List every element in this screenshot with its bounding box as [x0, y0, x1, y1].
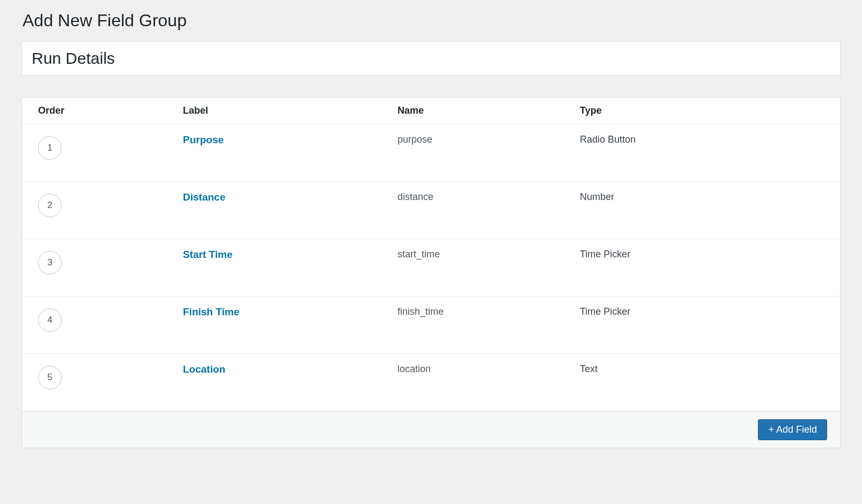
field-label-link[interactable]: Distance: [183, 191, 225, 203]
field-label-link[interactable]: Finish Time: [183, 306, 239, 317]
order-handle[interactable]: 1: [38, 136, 62, 160]
fields-header: Order Label Name Type: [22, 98, 840, 124]
field-name: purpose: [397, 134, 432, 145]
field-type: Time Picker: [580, 249, 630, 260]
header-type: Type: [580, 105, 824, 116]
fields-panel: Order Label Name Type 1 Purpose purpose …: [21, 97, 841, 448]
order-handle[interactable]: 4: [38, 308, 62, 332]
field-type: Number: [580, 191, 614, 202]
field-name: distance: [397, 191, 433, 202]
field-label-link[interactable]: Location: [183, 364, 225, 375]
order-handle[interactable]: 5: [38, 366, 62, 389]
group-title-input[interactable]: [22, 42, 840, 75]
field-row: 3 Start Time start_time Time Picker: [22, 239, 840, 297]
field-label-link[interactable]: Purpose: [183, 134, 224, 145]
order-handle[interactable]: 2: [38, 194, 62, 217]
field-name: start_time: [397, 249, 440, 260]
header-order: Order: [38, 105, 183, 116]
header-name: Name: [397, 105, 580, 116]
fields-footer: + Add Field: [22, 411, 840, 448]
field-label-link[interactable]: Start Time: [183, 249, 233, 260]
add-field-button[interactable]: + Add Field: [758, 419, 827, 440]
field-name: finish_time: [397, 306, 444, 317]
field-type: Text: [580, 364, 598, 374]
field-type: Radio Button: [580, 134, 636, 145]
group-title-wrapper: [21, 41, 841, 76]
order-handle[interactable]: 3: [38, 251, 62, 275]
header-label: Label: [183, 105, 397, 116]
field-row: 4 Finish Time finish_time Time Picker: [22, 297, 840, 354]
field-row: 2 Distance distance Number: [22, 182, 840, 239]
field-type: Time Picker: [580, 306, 630, 317]
field-row: 5 Location location Text: [22, 354, 840, 411]
page-title: Add New Field Group: [21, 11, 841, 31]
field-row: 1 Purpose purpose Radio Button: [22, 124, 840, 182]
field-name: location: [397, 364, 431, 374]
